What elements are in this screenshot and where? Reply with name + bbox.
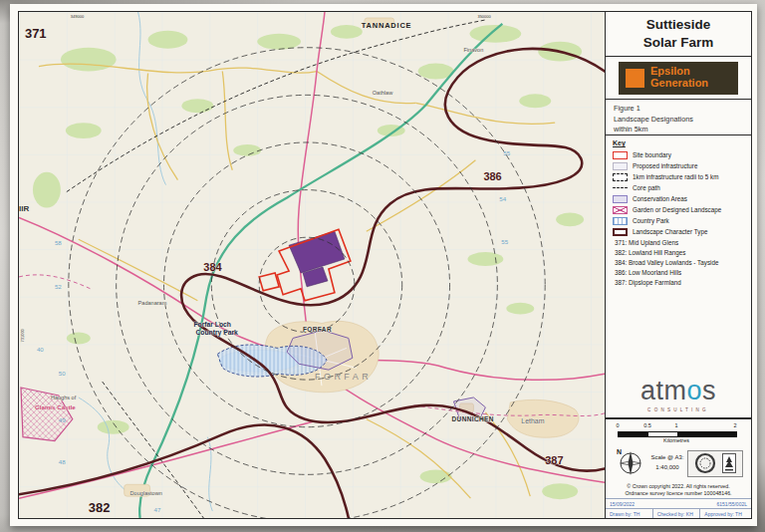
map-label-douglastown: Douglastown <box>130 490 162 496</box>
scale-value: 1:40,000 <box>647 463 687 473</box>
contour-52: 52 <box>55 283 62 290</box>
photo-of-map-sheet: { "title": {"line1": "Suttieside", "line… <box>0 0 765 532</box>
atmos-consulting-text: CONSULTING <box>606 407 751 412</box>
footer-row-reference: 15/09/2022 6151/55/002L <box>606 498 751 508</box>
checked-by: Checked by: KH <box>652 509 700 518</box>
contour-50: 50 <box>59 370 66 377</box>
lct-code-384: 384 <box>203 261 222 273</box>
key-swatch-country-park <box>613 217 628 225</box>
logo-orange-square-icon <box>626 69 644 88</box>
scale-segment <box>619 432 648 436</box>
scale-label: Scale @ A3: <box>647 453 687 463</box>
copyright-note: © Crown copyright 2022. All rights reser… <box>614 483 743 498</box>
north-arrow-icon: N <box>614 446 645 476</box>
map-label-dunnichen: DUNNICHEN <box>452 415 494 422</box>
key-swatch-site-boundary <box>613 151 628 159</box>
figure-subtitle: within 5km <box>614 125 743 135</box>
developer-logo-section: Epsilon Generation <box>606 57 751 100</box>
sheet-frame: TANNADICE Finavon Oathlaw FORFAR FORFAR … <box>18 11 752 519</box>
scale-tick: 0 <box>616 422 619 428</box>
copyright-line-1: © Crown copyright 2022. All rights reser… <box>614 483 743 490</box>
atmos-o-glyph: o <box>686 376 702 405</box>
figure-caption: Figure 1 Landscape Designations within 5… <box>606 100 751 135</box>
contour-55b: 55 <box>501 238 508 245</box>
key-item-country-park: Country Park <box>613 215 744 226</box>
map-label-padanaram: Padanaram <box>138 300 167 306</box>
contour-47: 47 <box>154 506 161 513</box>
scale-tick: 0.5 <box>643 422 651 428</box>
map-area: TANNADICE Finavon Oathlaw FORFAR FORFAR … <box>19 12 606 518</box>
scale-meta-row: N Scale @ A3: 1:40,000 <box>614 446 743 480</box>
contour-54: 54 <box>499 196 506 203</box>
key-item-core-path: Core path <box>613 182 744 193</box>
lct-code-item: 386: Low Moorland Hills <box>613 267 744 277</box>
key-swatch-proposed-infrastructure <box>613 162 628 170</box>
title-line-2: Solar Farm <box>606 34 751 52</box>
scale-segment <box>677 432 736 436</box>
map-label-finavon: Finavon <box>463 47 483 53</box>
map-label-country-park: Country Park <box>195 329 238 337</box>
approved-by: Approved by: TH <box>699 509 747 518</box>
figure-title: Landscape Designations <box>614 115 743 126</box>
contour-58: 58 <box>55 239 62 246</box>
map-sheet: TANNADICE Finavon Oathlaw FORFAR FORFAR … <box>10 4 757 526</box>
lct-code-382: 382 <box>89 500 111 515</box>
key-item-radii: 1km infrastructure radii to 5 km <box>613 171 744 182</box>
key-swatch-conservation-areas <box>613 195 628 203</box>
contour-55a: 55 <box>503 149 510 156</box>
key-item-conservation-areas: Conservation Areas <box>613 193 744 204</box>
map-label-forfar: FORFAR <box>303 326 332 333</box>
drawn-by: Drawn by: TH <box>610 509 652 518</box>
atmos-consulting-logo: atmos CONSULTING <box>606 376 751 412</box>
footer-row-signoff: Drawn by: TH Checked by: KH Approved by:… <box>606 508 751 518</box>
map-label-oathlaw: Oathlaw <box>373 90 393 96</box>
map-label-forfar-loch: Forfar Loch <box>193 321 231 328</box>
key-swatch-landscape-character-type <box>613 228 628 236</box>
key-label: 1km infrastructure radii to 5 km <box>633 173 718 180</box>
map-label-tannadice: TANNADICE <box>362 21 412 30</box>
key-label: Site boundary <box>633 151 671 158</box>
epsilon-generation-logo: Epsilon Generation <box>619 62 738 95</box>
contour-48: 48 <box>59 458 66 465</box>
info-panel: Suttieside Solar Farm Epsilon Generation… <box>606 12 751 518</box>
map-canvas: TANNADICE Finavon Oathlaw FORFAR FORFAR … <box>19 12 605 518</box>
grid-coordinate-top-left: 349000 <box>71 14 85 19</box>
map-key: Key Site boundary Proposed infrastructur… <box>606 135 751 418</box>
lct-code-371: 371 <box>25 26 47 41</box>
key-swatch-radii <box>613 173 628 181</box>
map-label-kirriemuir-partial: IIR <box>19 204 29 213</box>
lct-code-item: 382: Lowland Hill Ranges <box>613 247 744 257</box>
scale-tick: 1 <box>674 422 677 428</box>
lct-code-387: 387 <box>545 454 563 466</box>
key-item-landscape-character-type: Landscape Character Type <box>613 226 744 237</box>
figure-number: Figure 1 <box>614 104 743 115</box>
scale-tick: 2 <box>733 422 736 428</box>
scale-and-attribution: 0 0.5 1 2 Kilometres N <box>606 418 751 498</box>
map-label-glamis-castle: Glamis Castle <box>35 403 76 410</box>
grid-coordinate-left: 731000 <box>20 328 25 342</box>
lct-code-386: 386 <box>483 170 501 182</box>
scale-text: Scale @ A3: 1:40,000 <box>647 453 687 472</box>
certification-badge-square-icon <box>722 453 736 473</box>
key-label: Country Park <box>633 217 669 224</box>
scale-unit-label: Kilometres <box>618 437 735 443</box>
logo-wordmark: Epsilon Generation <box>650 66 708 89</box>
lct-code-item: 387: Dipslope Farmland <box>613 277 744 287</box>
map-label-letham: Letham <box>521 417 544 424</box>
title-line-1: Suttieside <box>606 16 751 34</box>
lct-code-item: 384: Broad Valley Lowlands - Tayside <box>613 257 744 267</box>
key-label: Conservation Areas <box>633 195 687 202</box>
key-heading: Key <box>613 139 744 146</box>
map-label-haughs-of: Haughs of <box>51 395 77 400</box>
contour-40: 40 <box>37 346 44 353</box>
key-swatch-garden-designed-landscape <box>613 206 628 214</box>
certification-badges <box>687 450 743 477</box>
key-label: Garden or Designed Landscape <box>633 206 721 213</box>
atmos-wordmark: atmos <box>606 376 751 406</box>
key-label: Core path <box>633 184 660 191</box>
certification-badge-round-icon <box>694 452 716 474</box>
atmos-letters: s <box>702 376 716 405</box>
key-swatch-core-path <box>613 187 628 188</box>
page-title: Suttieside Solar Farm <box>606 12 751 57</box>
copyright-line-2: Ordnance survey licence number 100048146… <box>614 490 743 497</box>
